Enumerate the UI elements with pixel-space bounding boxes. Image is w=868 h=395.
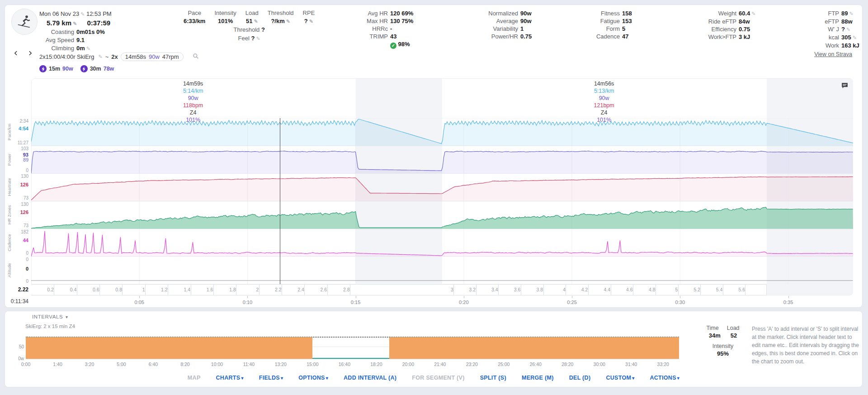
load-label: Load	[727, 325, 740, 331]
edit-pencil-icon[interactable]: ✎	[309, 19, 313, 24]
distance-tick-label: 0.2	[47, 287, 54, 292]
time-tick	[680, 296, 680, 298]
toolbar-merge-m[interactable]: MERGE (M)	[522, 375, 554, 381]
chart-cursor-line[interactable]	[280, 118, 280, 295]
stat-row: Max HR130 75%	[359, 17, 413, 25]
tracks-svg	[31, 118, 853, 284]
view-on-strava-link[interactable]: View on Strava	[814, 51, 852, 57]
toolbar-charts[interactable]: CHARTS▾	[216, 375, 244, 381]
distance-tick	[566, 285, 566, 295]
edit-pencil-icon[interactable]: ✎	[98, 54, 102, 60]
stat-row: TRIMP43	[359, 33, 413, 40]
edit-pencil-icon[interactable]: ✎	[286, 19, 290, 24]
chevron-down-icon: ▾	[281, 376, 283, 381]
interval-summary-line: 14m59s	[183, 80, 203, 87]
edit-pencil-icon[interactable]: ✎	[853, 35, 857, 40]
cursor-time-value: 0:11:34	[11, 298, 28, 305]
toolbar-options[interactable]: OPTIONS▾	[298, 375, 328, 381]
stat-label: Max HR	[359, 17, 388, 25]
activity-start-time: 12:53 PM	[86, 10, 112, 17]
distance-tick	[191, 285, 191, 295]
peak-power-badge[interactable]: 30m78w	[80, 65, 114, 72]
activity-duration: 0:37:59	[87, 19, 110, 27]
time-tick-label: 0:10	[243, 300, 252, 305]
interval-summary-pill[interactable]: 14m58s 90w 47rpm	[121, 52, 184, 61]
distance-tick-label: 2	[256, 287, 259, 292]
toolbar-split-s[interactable]: SPLIT (S)	[480, 375, 506, 381]
pace-stat-column: Threshold?/km✎	[268, 10, 294, 24]
toolbar-add-interval-a[interactable]: ADD INTERVAL (A)	[344, 375, 396, 381]
chevron-down-icon: ▾	[632, 376, 634, 381]
stat-row: Efficiency0.75	[703, 25, 756, 33]
toolbar-for-segment-v: FOR SEGMENT (V)	[412, 375, 464, 381]
distance-tick-label: 4.6	[626, 287, 633, 292]
distance-duration-row: 5.79 km✎ 0:37:59	[47, 19, 110, 27]
axis-tick-label: 89	[23, 157, 28, 162]
intervals-x-tick-label: 28:20	[561, 362, 573, 367]
edit-pencil-icon[interactable]: ✎	[254, 19, 258, 24]
axis-tick-label: 0	[26, 251, 28, 256]
intervals-y-tick-0w: 0w	[12, 356, 24, 361]
prev-activity-button[interactable]	[12, 49, 20, 58]
intervals-x-tick-label: 5:00	[117, 362, 126, 367]
edit-pencil-icon[interactable]: ✎	[751, 11, 755, 16]
distance-tick	[54, 285, 54, 295]
toolbar-actions[interactable]: ACTIONS▾	[650, 375, 679, 381]
activity-name[interactable]: 2x15:00/4:00r SkiErg	[39, 53, 94, 60]
stat-row: Coasting0m01s 0%	[32, 29, 105, 35]
time-tick-label: 0:05	[135, 300, 144, 305]
distance-tick-label: 4.2	[581, 287, 588, 292]
stat-value: 51✎	[245, 18, 259, 24]
intervals-bar-chart[interactable]	[26, 333, 679, 359]
activity-distance: 5.79 km	[47, 19, 71, 27]
intervals-section-toggle[interactable]: INTERVALS ▾	[32, 314, 68, 319]
rest-interval-line[interactable]	[312, 358, 389, 359]
edit-pencil-icon[interactable]: ✎	[86, 46, 90, 51]
toolbar-custom[interactable]: CUSTOM▾	[606, 375, 634, 381]
edit-pencil-icon[interactable]: ✎	[73, 21, 77, 26]
interval-summary-line: 5:13/km	[594, 87, 614, 95]
badge-power: 90w	[62, 66, 73, 72]
distance-tick	[327, 285, 328, 295]
intervals-chart-title: SkiErg: 2 x 15 min Z4	[25, 324, 75, 329]
axis-tick-label: 0	[26, 278, 28, 283]
axis-tick-label: 11:27	[18, 140, 28, 145]
distance-tick-label: 1	[142, 287, 145, 292]
axis-tick-label: 73	[24, 195, 28, 200]
check-circle-icon: ✓	[390, 43, 396, 49]
distance-tick	[678, 285, 679, 295]
axis-tick-label: 2:34	[20, 119, 28, 124]
stat-label: Efficiency	[703, 25, 736, 33]
edit-pencil-icon[interactable]: ✎	[849, 11, 853, 16]
chart-plot-area[interactable]: 0.20.40.60.811.21.41.61.822.22.42.62.833…	[31, 78, 853, 307]
time-value: 34m	[709, 332, 721, 339]
toolbar-del-d[interactable]: DEL (D)	[569, 375, 591, 381]
edit-pencil-icon[interactable]: ✎	[80, 11, 85, 17]
comment-icon[interactable]	[841, 82, 849, 91]
stat-row: FTP89✎	[816, 10, 859, 18]
interval-bar[interactable]	[389, 337, 679, 359]
search-icon[interactable]	[193, 53, 199, 61]
distance-tick-label: 0.8	[115, 287, 122, 292]
stat-value: ?/km✎	[268, 18, 294, 24]
toolbar-fields[interactable]: FIELDS▾	[259, 375, 283, 381]
stat-row: HRRc-	[359, 25, 413, 33]
chevron-down-icon: ▾	[66, 314, 68, 319]
distance-tick-label: 2.8	[343, 287, 350, 292]
peak-power-badge[interactable]: 15m90w	[39, 65, 73, 72]
stat-value: 305	[841, 34, 851, 41]
stat-value: 84w	[739, 18, 750, 25]
edit-pencil-icon[interactable]: ✎	[256, 36, 260, 41]
distance-tick	[588, 285, 589, 295]
time-tick	[139, 296, 140, 298]
peak-power-badges: 15m90w30m78w	[39, 65, 114, 72]
edit-pencil-icon[interactable]: ✎	[846, 27, 850, 32]
distance-tick	[521, 285, 521, 295]
stat-value: ✓ 98%	[390, 41, 410, 48]
interval-bar[interactable]	[26, 337, 312, 359]
time-tick	[572, 296, 572, 298]
stat-label: HRRc	[359, 25, 388, 33]
distance-tick-label: 2.6	[321, 287, 327, 292]
axis-tick-label: 0	[26, 167, 28, 172]
stat-label: Work>FTP	[703, 33, 736, 41]
